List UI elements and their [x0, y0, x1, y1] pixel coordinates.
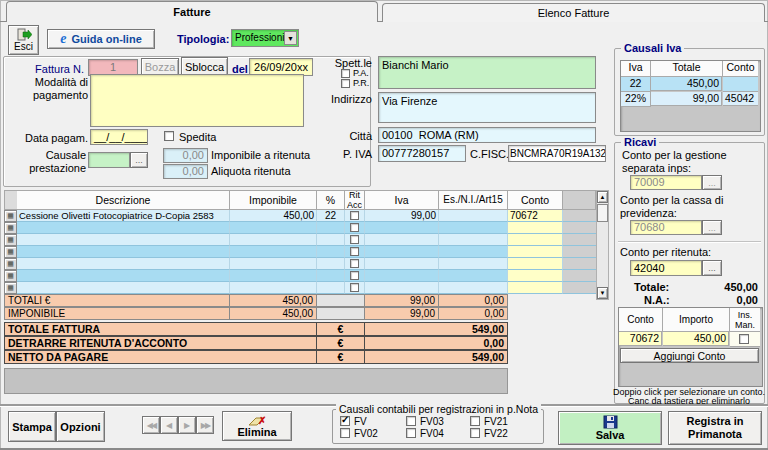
imponibile-cell[interactable] [230, 222, 317, 234]
descrizione-cell[interactable] [17, 246, 230, 258]
iva-cell[interactable] [365, 222, 439, 234]
iva-cell[interactable] [365, 246, 439, 258]
citta-field[interactable]: 00100 ROMA (RM) [378, 127, 596, 143]
fv03-checkbox[interactable] [406, 416, 416, 426]
scroll-up-icon[interactable]: ▲ [597, 191, 608, 203]
rit-acc-checkbox[interactable] [350, 235, 359, 244]
indirizzo-area[interactable]: Via Firenze [378, 92, 596, 123]
rit-acc-checkbox[interactable] [350, 271, 359, 280]
iva-cell[interactable]: 22% [621, 92, 651, 107]
esci-button[interactable]: Esci [8, 25, 39, 55]
descrizione-cell[interactable] [17, 222, 230, 234]
rit-acc-checkbox[interactable] [350, 223, 359, 232]
spedita-checkbox[interactable] [164, 131, 174, 141]
col-header-descrizione[interactable]: Descrizione [17, 190, 230, 210]
scrollbar-thumb[interactable] [597, 204, 608, 222]
fv22-checkbox[interactable] [470, 428, 480, 438]
rit-acc-checkbox[interactable] [350, 211, 359, 220]
row-selector-button[interactable]: ▦ [4, 258, 17, 270]
opzioni-button[interactable]: Opzioni [56, 411, 105, 442]
causale-browse-button[interactable]: ... [130, 152, 148, 168]
grid-empty-row[interactable]: ▦ [4, 222, 596, 234]
grid-empty-row[interactable]: ▦ [4, 234, 596, 246]
es-cell[interactable] [439, 234, 508, 246]
iva-cell[interactable] [365, 270, 439, 282]
scroll-down-icon[interactable]: ▼ [597, 287, 608, 299]
percent-cell[interactable] [317, 246, 345, 258]
conti-table[interactable]: Conto Importo Ins. Man. 70672 450,00 Agg… [618, 307, 763, 387]
row-selector-button[interactable]: ▦ [4, 222, 17, 234]
conto-cell[interactable]: 70672 [508, 210, 563, 222]
nav-prev-icon[interactable]: ◀ [160, 416, 178, 434]
tab-fatture[interactable]: Fatture [6, 1, 378, 22]
importo-cell[interactable]: 450,00 [663, 332, 729, 346]
nav-next-icon[interactable]: ▶ [178, 416, 196, 434]
imponibile-cell[interactable] [230, 270, 317, 282]
descrizione-cell[interactable]: Cessione Olivetti Fotocopiatrice D-Copia… [17, 210, 230, 222]
conto-cell[interactable]: 70672 [619, 332, 662, 346]
conto-cassa-browse-button[interactable]: ... [702, 220, 722, 235]
salva-button[interactable]: Salva [558, 411, 662, 445]
rit-acc-cell[interactable] [345, 258, 365, 270]
ins-man-checkbox[interactable] [739, 334, 749, 344]
grid-row[interactable]: ▦ Cessione Olivetti Fotocopiatrice D-Cop… [4, 210, 596, 222]
elimina-button[interactable]: ✗ Elimina [222, 411, 292, 441]
pa-checkbox[interactable] [341, 69, 350, 78]
conto-ritenuta-browse-button[interactable]: ... [702, 260, 722, 276]
rit-acc-checkbox[interactable] [350, 247, 359, 256]
stampa-button[interactable]: Stampa [8, 411, 56, 442]
imponibile-cell[interactable] [230, 234, 317, 246]
conto-cassa-field[interactable]: 70680 [630, 220, 702, 235]
fv21-checkbox[interactable] [470, 416, 480, 426]
row-selector-button[interactable]: ▦ [4, 270, 17, 282]
piva-field[interactable]: 00777280157 [378, 145, 466, 162]
percent-cell[interactable] [317, 258, 345, 270]
conto-cell[interactable] [508, 258, 563, 270]
es-cell[interactable] [439, 258, 508, 270]
totale-cell[interactable]: 450,00 [651, 77, 722, 91]
descrizione-cell[interactable] [17, 258, 230, 270]
percent-cell[interactable] [317, 234, 345, 246]
grid-empty-row[interactable]: ▦ [4, 282, 596, 294]
iva-cell[interactable]: 99,00 [365, 210, 439, 222]
rit-acc-cell[interactable] [345, 210, 365, 222]
fv-checkbox[interactable] [340, 416, 350, 426]
imponibile-cell[interactable] [230, 282, 317, 294]
descrizione-cell[interactable] [17, 282, 230, 294]
rit-acc-cell[interactable] [345, 282, 365, 294]
iva-cell[interactable] [365, 258, 439, 270]
row-selector-button[interactable]: ▦ [4, 246, 17, 258]
col-header-rit-acc[interactable]: Rit Acc [345, 190, 365, 210]
aliquota-ritenuta-field[interactable]: 0,00 [163, 164, 208, 179]
grid-scrollbar[interactable]: ▲ ▼ [596, 190, 609, 300]
conto-cell[interactable] [723, 77, 758, 92]
percent-cell[interactable] [317, 282, 345, 294]
conto-cell[interactable] [508, 246, 563, 258]
iva-cell[interactable] [365, 234, 439, 246]
descrizione-cell[interactable] [17, 234, 230, 246]
imponibile-cell[interactable]: 450,00 [230, 210, 317, 222]
grid-empty-row[interactable]: ▦ [4, 270, 596, 282]
row-selector-button[interactable]: ▦ [4, 234, 17, 246]
conto-ritenuta-field[interactable]: 42040 [630, 260, 702, 276]
fv04-checkbox[interactable] [406, 428, 416, 438]
row-selector-button[interactable]: ▦ [4, 282, 17, 294]
row-selector-button[interactable]: ▦ [4, 210, 17, 222]
imponibile-ritenuta-field[interactable]: 0,00 [163, 148, 208, 163]
iva-cell[interactable]: 22 [621, 77, 651, 92]
es-cell[interactable] [439, 210, 508, 222]
registra-primanota-button[interactable]: Registra in Primanota [668, 411, 762, 445]
col-header-percent[interactable]: % [317, 190, 345, 210]
rit-acc-cell[interactable] [345, 270, 365, 282]
conto-cell[interactable] [508, 234, 563, 246]
causale-prestazione-field[interactable] [88, 152, 130, 168]
col-header-es-ni-art15[interactable]: Es./N.I./Art15 [439, 190, 508, 210]
col-header-imponibile[interactable]: Imponibile [230, 190, 317, 210]
percent-cell[interactable] [317, 222, 345, 234]
percent-cell[interactable]: 22 [317, 210, 345, 222]
percent-cell[interactable] [317, 270, 345, 282]
conto-cell[interactable] [508, 282, 563, 294]
es-cell[interactable] [439, 222, 508, 234]
aggiungi-conto-button[interactable]: Aggiungi Conto [620, 348, 759, 363]
grid-empty-row[interactable]: ▦ [4, 246, 596, 258]
